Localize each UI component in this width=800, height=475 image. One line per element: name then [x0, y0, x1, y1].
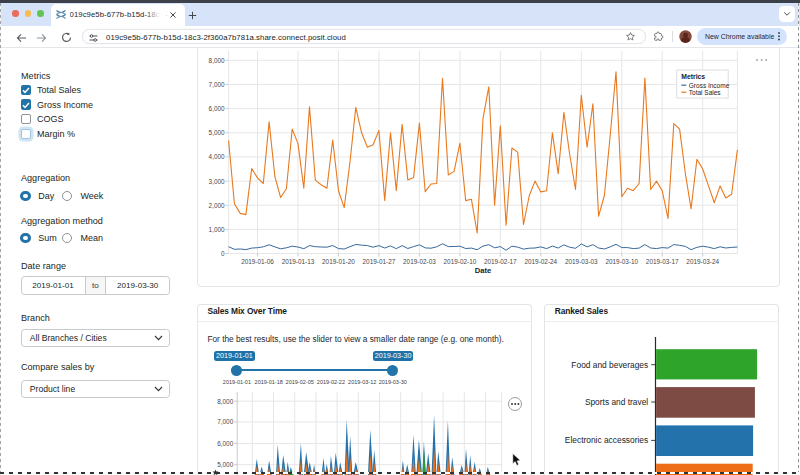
svg-text:1,000: 1,000	[209, 226, 225, 233]
svg-text:8,000: 8,000	[217, 398, 233, 405]
svg-text:5,000: 5,000	[209, 129, 225, 136]
svg-text:2019-03-10: 2019-03-10	[606, 258, 639, 265]
svg-text:Total Sales: Total Sales	[689, 89, 722, 96]
svg-text:Gross Income: Gross Income	[689, 82, 730, 89]
svg-text:2,000: 2,000	[209, 202, 225, 209]
svg-text:4,000: 4,000	[209, 153, 225, 160]
svg-text:6,000: 6,000	[209, 105, 225, 112]
svg-text:3,000: 3,000	[209, 178, 225, 185]
svg-text:Electronic accessories: Electronic accessories	[565, 435, 648, 445]
svg-text:Metrics: Metrics	[682, 73, 706, 80]
svg-text:Date: Date	[475, 266, 491, 275]
svg-text:2019-01-06: 2019-01-06	[241, 258, 274, 265]
svg-text:2019-01-13: 2019-01-13	[282, 258, 315, 265]
svg-text:Sports and travel: Sports and travel	[585, 397, 648, 407]
svg-text:2019-03-03: 2019-03-03	[565, 258, 598, 265]
svg-text:2019-02-10: 2019-02-10	[444, 258, 477, 265]
svg-text:0: 0	[221, 250, 225, 257]
svg-text:2019-02-17: 2019-02-17	[484, 258, 517, 265]
svg-text:7,000: 7,000	[217, 418, 233, 425]
svg-text:5,000: 5,000	[217, 461, 233, 468]
svg-text:2019-01-27: 2019-01-27	[363, 258, 396, 265]
svg-text:Food and beverages: Food and beverages	[571, 359, 648, 369]
svg-text:2019-02-24: 2019-02-24	[525, 258, 558, 265]
svg-text:2019-03-24: 2019-03-24	[687, 258, 720, 265]
svg-text:6,000: 6,000	[217, 440, 233, 447]
svg-text:8,000: 8,000	[209, 57, 225, 64]
svg-text:2019-01-20: 2019-01-20	[322, 258, 355, 265]
svg-text:7,000: 7,000	[209, 81, 225, 88]
svg-text:2019-02-03: 2019-02-03	[403, 258, 436, 265]
svg-text:2019-03-17: 2019-03-17	[646, 258, 679, 265]
